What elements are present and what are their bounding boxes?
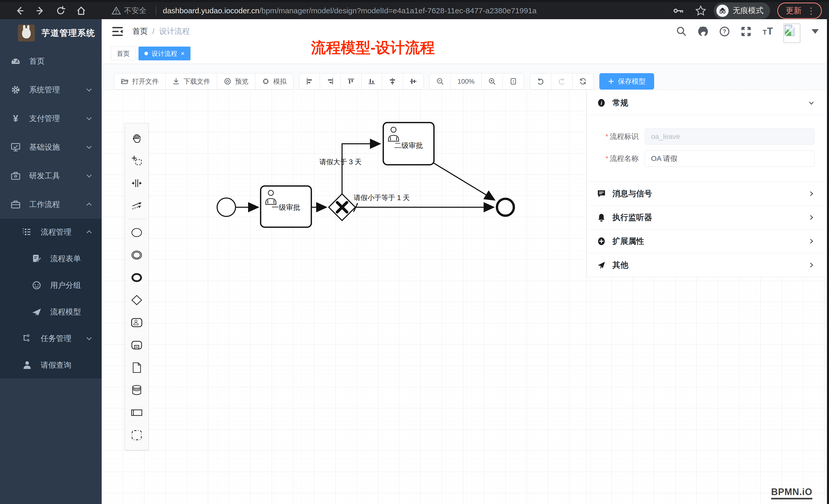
align-left-button[interactable] (299, 73, 320, 89)
sidebar-item-system[interactable]: 系统管理 (0, 75, 102, 104)
close-icon[interactable]: × (181, 50, 185, 57)
sidebar-item-workflow[interactable]: 工作流程 (0, 190, 102, 219)
site-security[interactable]: 不安全 (111, 6, 146, 16)
create-intermediate-event[interactable] (128, 244, 146, 266)
undo-button[interactable] (530, 73, 551, 89)
update-button[interactable]: 更新 ⋮ (777, 3, 822, 19)
sidebar-item-process-form[interactable]: 流程表单 (0, 245, 102, 272)
simulate-button[interactable]: 模拟 (255, 73, 293, 89)
user-task-level1[interactable]: 一级审批 (261, 186, 311, 227)
avatar[interactable] (784, 24, 800, 43)
reload-icon[interactable] (55, 5, 66, 16)
open-file-button[interactable]: 打开文件 (114, 73, 166, 89)
align-center-vertical-button[interactable] (403, 73, 424, 89)
sidebar-item-label: 流程表单 (50, 254, 93, 264)
align-center-horizontal-button[interactable] (382, 73, 403, 89)
start-event[interactable] (217, 198, 236, 217)
zoom-out-button[interactable] (429, 73, 451, 89)
section-execution-listener[interactable]: 执行监听器 (587, 206, 827, 230)
font-size-icon[interactable]: TT (762, 26, 773, 37)
section-message-signal[interactable]: 消息与信号 (587, 182, 827, 206)
tab-label: 设计流程 (151, 49, 177, 58)
svg-text:i: i (601, 100, 602, 106)
save-model-button[interactable]: 保存模型 (599, 73, 654, 89)
create-data-object[interactable] (128, 356, 146, 379)
chevron-down-icon (85, 86, 93, 93)
avatar-dropdown-caret[interactable] (812, 29, 819, 34)
sidebar-item-user-group[interactable]: 用户分组 (0, 272, 102, 299)
flow-task2-end[interactable] (434, 163, 494, 200)
section-general[interactable]: i 常规 (587, 91, 827, 115)
tab-design-process[interactable]: 设计流程 × (139, 46, 190, 61)
sidebar-item-label: 流程管理 (41, 227, 85, 237)
create-gateway[interactable] (128, 289, 146, 311)
sidebar-item-home[interactable]: 首页 (0, 47, 102, 75)
info-icon: i (597, 99, 606, 107)
sidebar-item-payment[interactable]: ¥ 支付管理 (0, 104, 102, 133)
back-icon[interactable] (14, 5, 25, 16)
sidebar-item-devtools[interactable]: 研发工具 (0, 161, 102, 190)
section-other[interactable]: 其他 (587, 253, 827, 277)
user-task-level2[interactable]: 二级审批 (383, 122, 434, 165)
flow-condition-label[interactable]: 请假小于等于 1 天 (354, 194, 410, 202)
process-key-input[interactable] (645, 128, 815, 145)
required-mark: * (606, 155, 608, 162)
create-group[interactable] (128, 424, 146, 447)
message-icon (597, 189, 606, 198)
space-tool[interactable] (128, 172, 146, 194)
tab-home[interactable]: 首页 (111, 46, 136, 61)
bpmn-diagram[interactable]: 一级审批 请假大于 3 天 二级审批 请假小于等于 1 天 (102, 89, 586, 504)
process-name-input[interactable] (645, 150, 815, 167)
key-icon[interactable] (673, 5, 685, 16)
flow-condition-label[interactable]: 请假大于 3 天 (319, 158, 361, 166)
header-actions: ? TT (676, 20, 819, 43)
bookmark-star-icon[interactable] (695, 5, 707, 16)
download-file-button[interactable]: 下载文件 (166, 73, 217, 89)
restart-button[interactable] (572, 73, 594, 89)
zoom-in-button[interactable] (481, 73, 503, 89)
breadcrumb-current: 设计流程 (159, 26, 190, 37)
zoom-level: 100% (450, 73, 481, 89)
lasso-tool[interactable] (128, 149, 146, 172)
sidebar-toggle-icon[interactable] (112, 27, 123, 36)
breadcrumb-home[interactable]: 首页 (132, 26, 148, 37)
help-icon[interactable]: ? (719, 26, 730, 37)
preview-button[interactable]: 预览 (217, 73, 255, 89)
home-icon[interactable] (75, 5, 87, 16)
sidebar-item-infra[interactable]: 基础设施 (0, 133, 102, 161)
zoom-reset-button[interactable] (503, 73, 524, 89)
menu-dots-icon[interactable]: ⋮ (807, 6, 816, 16)
general-form: *流程标识 *流程名称 (587, 115, 827, 182)
create-start-event[interactable] (128, 221, 146, 244)
sidebar-item-leave-query[interactable]: 请假查询 (0, 352, 102, 378)
align-top-button[interactable] (340, 73, 361, 89)
bpmn-io-watermark[interactable]: BPMN.iO (771, 487, 813, 499)
app-logo-row[interactable]: 芋道管理系统 (0, 19, 102, 47)
hand-tool[interactable] (128, 127, 146, 149)
sidebar-item-label: 任务管理 (41, 333, 85, 344)
fullscreen-icon[interactable] (741, 26, 752, 37)
redo-button[interactable] (551, 73, 573, 89)
github-icon[interactable] (697, 26, 709, 37)
end-event[interactable] (497, 199, 514, 216)
sidebar-item-task-mgmt[interactable]: 任务管理 (0, 325, 102, 352)
chevron-down-icon (85, 143, 93, 151)
sidebar-item-process-model[interactable]: 流程模型 (0, 299, 102, 325)
address-bar[interactable]: dashboard.yudao.iocoder.cn/bpm/manager/m… (163, 6, 537, 15)
forward-icon[interactable] (35, 5, 46, 16)
search-icon[interactable] (676, 26, 687, 37)
incognito-icon (716, 5, 729, 17)
align-bottom-button[interactable] (361, 73, 382, 89)
create-subprocess[interactable] (128, 334, 146, 356)
section-extended-attributes[interactable]: 扩展属性 (587, 230, 827, 253)
global-connect-tool[interactable] (128, 194, 146, 217)
create-end-event[interactable] (128, 266, 146, 289)
align-bottom-icon (368, 78, 375, 85)
exclusive-gateway[interactable] (329, 194, 355, 221)
create-participant[interactable] (128, 401, 146, 424)
create-data-store[interactable] (128, 379, 146, 401)
create-user-task[interactable] (128, 311, 146, 334)
align-right-button[interactable] (320, 73, 341, 89)
flow-gateway-task2[interactable] (342, 144, 379, 194)
sidebar-item-process-mgmt[interactable]: 流程管理 (0, 219, 102, 245)
